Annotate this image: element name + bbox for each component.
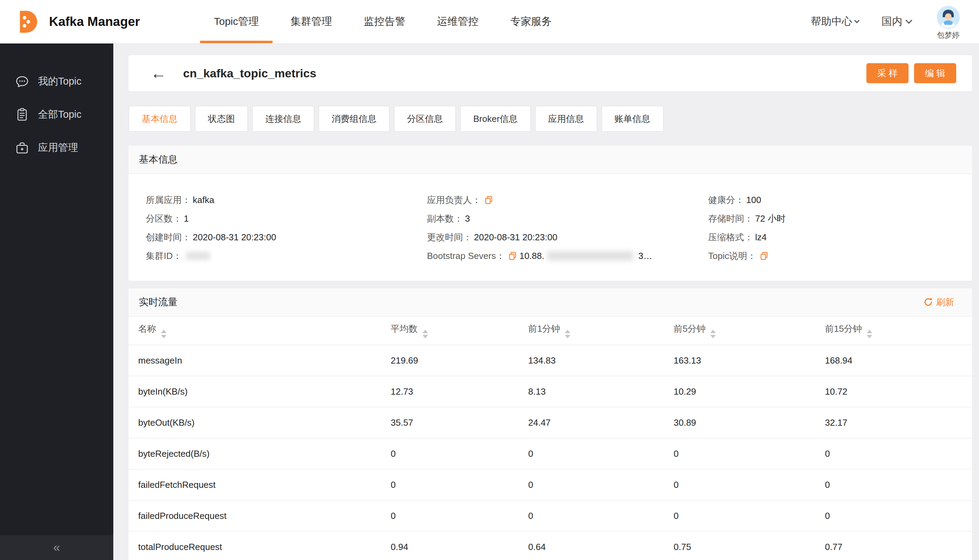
field-replica-count: 副本数： 3: [410, 209, 691, 228]
field-partition-count: 分区数： 1: [129, 209, 410, 228]
detail-tabs: 基本信息 状态图 连接信息 消费组信息 分区信息 Broker信息 应用信息 账…: [129, 106, 972, 132]
app-title: Kafka Manager: [49, 15, 140, 29]
sidebar-item-label: 我的Topic: [38, 75, 82, 88]
topic-title-card: ← cn_kafka_topic_metrics 采 样 编 辑: [129, 55, 972, 91]
collapse-icon: «: [53, 540, 60, 555]
sidebar-item-my-topic[interactable]: 我的Topic: [0, 65, 113, 98]
chevron-down-icon: [905, 17, 912, 24]
tab-broker-info[interactable]: Broker信息: [460, 106, 531, 132]
copy-icon[interactable]: [484, 195, 493, 204]
sort-icon[interactable]: [161, 330, 167, 338]
main-content: ← cn_kafka_topic_metrics 采 样 编 辑 基本信息 状态…: [113, 43, 979, 560]
table-row: byteOut(KB/s) 35.57 24.47 30.89 32.17: [129, 407, 972, 438]
sidebar-item-label: 全部Topic: [38, 108, 82, 122]
table-row: byteRejected(B/s) 0 0 0 0: [129, 438, 972, 469]
sidebar-item-app-management[interactable]: 应用管理: [0, 131, 113, 164]
traffic-table: 名称 平均数 前1分钟 前5分钟 前15分钟: [129, 317, 972, 560]
sort-icon[interactable]: [423, 330, 428, 338]
tab-billing-info[interactable]: 账单信息: [601, 106, 663, 132]
avatar[interactable]: [937, 6, 960, 29]
sidebar-item-label: 应用管理: [38, 141, 78, 155]
tab-basic-info[interactable]: 基本信息: [129, 106, 191, 132]
nav-item-topic-management[interactable]: Topic管理: [198, 0, 275, 43]
copy-icon[interactable]: [508, 251, 517, 260]
field-create-time: 创建时间： 2020-08-31 20:23:00: [129, 228, 410, 247]
user-name: 包梦婷: [937, 30, 960, 40]
section-title: 实时流量: [139, 295, 177, 309]
col-header-last-15min[interactable]: 前15分钟: [815, 317, 972, 345]
sidebar-item-all-topic[interactable]: 全部Topic: [0, 98, 113, 131]
copy-icon[interactable]: [760, 251, 768, 260]
sample-button[interactable]: 采 样: [866, 63, 909, 83]
clipboard-icon: [15, 107, 30, 122]
table-row: failedProduceRequest 0 0 0 0: [129, 500, 972, 531]
traffic-table-header-row: 名称 平均数 前1分钟 前5分钟 前15分钟: [129, 317, 972, 345]
top-nav: Topic管理 集群管理 监控告警 运维管控 专家服务: [198, 0, 568, 43]
field-modify-time: 更改时间： 2020-08-31 20:23:00: [410, 228, 691, 247]
field-topic-description: Topic说明：: [691, 247, 972, 265]
nav-item-monitor-alert[interactable]: 监控告警: [348, 0, 421, 43]
chevron-down-icon: [854, 18, 860, 23]
refresh-button[interactable]: 刷新: [923, 296, 954, 308]
sort-icon[interactable]: [710, 330, 716, 338]
col-header-average[interactable]: 平均数: [381, 317, 518, 345]
field-compression-format: 压缩格式： lz4: [691, 228, 972, 247]
field-retention-time: 存储时间： 72 小时: [691, 209, 972, 228]
redacted-blur: [186, 252, 210, 260]
chat-bubble-icon: [15, 74, 30, 89]
help-center-label: 帮助中心: [811, 15, 852, 29]
basic-info-section: 基本信息 所属应用： kafka 应用负责人： 健康分： 100: [129, 146, 972, 281]
field-bootstrap-servers: Bootstrap Severs： 10.88. 3…: [410, 247, 691, 265]
refresh-icon: [923, 297, 933, 307]
sidebar: 我的Topic 全部Topic 应用管理 «: [0, 43, 113, 560]
table-row: failedFetchRequest 0 0 0 0: [129, 469, 972, 500]
page-layout: 我的Topic 全部Topic 应用管理 «: [0, 43, 979, 560]
col-header-name[interactable]: 名称: [129, 317, 381, 345]
refresh-label: 刷新: [936, 296, 954, 308]
field-owning-app: 所属应用： kafka: [129, 191, 410, 209]
region-label: 国内: [882, 15, 902, 29]
field-app-owner: 应用负责人：: [410, 191, 691, 209]
col-header-last-5min[interactable]: 前5分钟: [664, 317, 815, 345]
table-row: byteIn(KB/s) 12.73 8.13 10.29 10.72: [129, 376, 972, 407]
sort-icon[interactable]: [565, 330, 570, 338]
field-cluster-id: 集群ID：: [129, 247, 410, 265]
tab-partition-info[interactable]: 分区信息: [394, 106, 456, 132]
app-logo: [12, 8, 40, 35]
sort-icon[interactable]: [867, 330, 872, 338]
realtime-traffic-section-header: 实时流量 刷新: [129, 288, 972, 317]
top-header: Kafka Manager Topic管理 集群管理 监控告警 运维管控 专家服…: [0, 0, 979, 43]
user-profile[interactable]: 包梦婷: [937, 6, 960, 40]
basic-info-section-header: 基本信息: [129, 146, 972, 174]
help-center-menu[interactable]: 帮助中心: [811, 15, 859, 29]
tab-consumer-group-info[interactable]: 消费组信息: [319, 106, 390, 132]
back-button[interactable]: ←: [150, 65, 167, 81]
basic-info-grid: 所属应用： kafka 应用负责人： 健康分： 100 分区数： 1: [129, 174, 972, 281]
tab-status-chart[interactable]: 状态图: [195, 106, 248, 132]
field-health-score: 健康分： 100: [691, 191, 972, 209]
edit-button[interactable]: 编 辑: [914, 63, 956, 83]
sidebar-collapse-button[interactable]: «: [0, 535, 113, 560]
table-row: messageIn 219.69 134.83 163.13 168.94: [129, 345, 972, 376]
nav-item-cluster-management[interactable]: 集群管理: [275, 0, 348, 43]
tab-connection-info[interactable]: 连接信息: [252, 106, 314, 132]
tab-app-info[interactable]: 应用信息: [535, 106, 597, 132]
section-title: 基本信息: [139, 153, 177, 166]
nav-item-expert-service[interactable]: 专家服务: [495, 0, 568, 43]
nav-item-ops-control[interactable]: 运维管控: [421, 0, 495, 43]
realtime-traffic-section: 实时流量 刷新 名称: [129, 288, 972, 560]
app-box-icon: [15, 140, 30, 155]
redacted-blur: [547, 251, 633, 260]
col-header-last-1min[interactable]: 前1分钟: [518, 317, 664, 345]
table-row: totalProduceRequest 0.94 0.64 0.75 0.77: [129, 531, 972, 560]
region-selector[interactable]: 国内: [882, 15, 911, 29]
page-title: cn_kafka_topic_metrics: [183, 67, 316, 80]
